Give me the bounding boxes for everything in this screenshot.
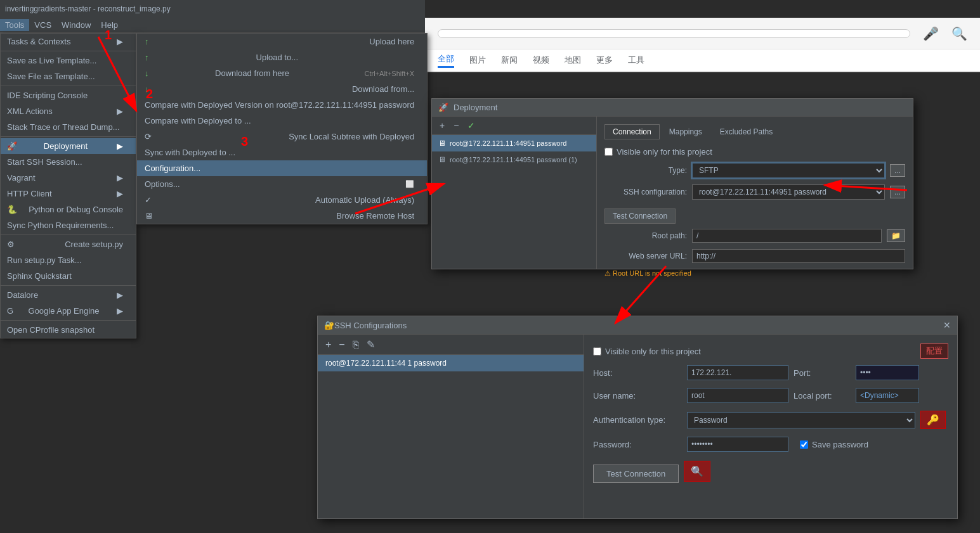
- submenu-download-here[interactable]: ↓ Download from here Ctrl+Alt+Shift+X: [137, 65, 427, 81]
- dropdown-google-app[interactable]: G Google App Engine ▶: [1, 303, 136, 319]
- dropdown-vagrant[interactable]: Vagrant▶: [1, 170, 136, 186]
- dropdown-save-file-template[interactable]: Save File as Template...: [1, 68, 136, 84]
- submenu-configuration[interactable]: Configuration...: [137, 160, 427, 176]
- dropdown-create-setup[interactable]: ⚙ Create setup.py: [1, 236, 136, 252]
- submenu-browse-remote[interactable]: 🖥 Browse Remote Host: [137, 208, 427, 224]
- divider-6: [1, 320, 136, 321]
- menu-help[interactable]: Help: [96, 19, 123, 31]
- ssh-server-item-1[interactable]: root@172.22.121.11:44 1 password: [318, 355, 584, 371]
- type-browse-btn[interactable]: ...: [890, 164, 905, 177]
- ssh-password-row: Password: Save password: [593, 437, 948, 452]
- deployment-server-list-panel: + − ✓ 🖥 root@172.22.121.11:44951 passwor…: [432, 117, 597, 269]
- browser-mic-icon[interactable]: 🎤: [923, 26, 939, 41]
- deployment-server-2[interactable]: 🖥 root@172.22.121.11:44951 password (1): [432, 151, 596, 168]
- ssh-copy-btn[interactable]: ⎘: [350, 337, 362, 352]
- browser-search-input[interactable]: [438, 29, 910, 38]
- ssh-edit-btn[interactable]: ✎: [364, 337, 377, 352]
- root-path-browse-btn[interactable]: 📁: [887, 229, 905, 242]
- dropdown-run-setup[interactable]: Run setup.py Task...: [1, 252, 136, 268]
- ide-title-bar: invertinggradients-master - reconstruct_…: [0, 0, 425, 18]
- menu-tools[interactable]: Tools: [0, 19, 29, 31]
- ssh-config-select[interactable]: root@172.22.121.11:44951 password: [692, 184, 885, 200]
- deployment-check-btn[interactable]: ✓: [465, 119, 478, 132]
- ssh-add-btn[interactable]: +: [323, 337, 334, 352]
- ssh-remove-btn[interactable]: −: [336, 337, 347, 352]
- submenu-sync-with[interactable]: Sync with Deployed to ...: [137, 144, 427, 160]
- submenu-upload-to[interactable]: ↑ Upload to...: [137, 49, 427, 65]
- dropdown-datalore[interactable]: Datalore▶: [1, 287, 136, 303]
- tab-excluded-paths[interactable]: Excluded Paths: [712, 124, 781, 139]
- browser-tab-video[interactable]: 视频: [533, 55, 549, 66]
- ssh-local-port-input[interactable]: [856, 388, 919, 403]
- tab-connection[interactable]: Connection: [604, 124, 660, 139]
- ssh-dialog-content: + − ⎘ ✎ root@172.22.121.11:44 1 password…: [318, 335, 957, 518]
- visible-only-checkbox[interactable]: [604, 148, 613, 156]
- dropdown-save-live-template[interactable]: Save as Live Template...: [1, 53, 136, 68]
- submenu-download-from[interactable]: ↓ Download from...: [137, 81, 427, 97]
- ssh-username-row: User name: Local port:: [593, 388, 948, 403]
- ssh-visible-checkbox[interactable]: [593, 347, 601, 356]
- dropdown-xml-actions[interactable]: XML Actions▶: [1, 103, 136, 119]
- ssh-auth-row: Authentication type: Password 🔑: [593, 411, 948, 429]
- ssh-server-panel: + − ⎘ ✎ root@172.22.121.11:44 1 password: [318, 335, 584, 518]
- options-shortcut: ⬜: [405, 180, 414, 188]
- deployment-server-list: 🖥 root@172.22.121.11:44951 password 🖥 ro…: [432, 135, 596, 269]
- type-select[interactable]: SFTP: [692, 163, 885, 178]
- ssh-password-input[interactable]: [687, 437, 788, 452]
- dropdown-ssh-session[interactable]: Start SSH Session...: [1, 154, 136, 170]
- browser-search-icon-blue[interactable]: 🔍: [951, 26, 967, 41]
- ssh-auth-select[interactable]: Password: [687, 412, 915, 428]
- python-icon: 🐍: [7, 205, 17, 214]
- deployment-server-1[interactable]: 🖥 root@172.22.121.11:44951 password: [432, 135, 596, 151]
- menu-window[interactable]: Window: [56, 19, 96, 31]
- ssh-close-btn[interactable]: ✕: [943, 320, 951, 330]
- deployment-tabs: Connection Mappings Excluded Paths: [604, 124, 905, 139]
- ssh-icon: 🔐: [324, 321, 334, 330]
- ide-title: invertinggradients-master - reconstruct_…: [5, 4, 171, 13]
- dropdown-ide-scripting[interactable]: IDE Scripting Console: [1, 87, 136, 103]
- dropdown-http-client[interactable]: HTTP Client▶: [1, 186, 136, 202]
- deploy-icon: 🚀: [7, 141, 17, 151]
- submenu-upload-here[interactable]: ↑ Upload here: [137, 34, 427, 49]
- deployment-dialog-body: + − ✓ 🖥 root@172.22.121.11:44951 passwor…: [432, 117, 913, 269]
- dropdown-stack-trace[interactable]: Stack Trace or Thread Dump...: [1, 119, 136, 135]
- ssh-search-btn[interactable]: 🔍: [684, 461, 710, 482]
- dropdown-sphinx[interactable]: Sphinx Quickstart: [1, 268, 136, 284]
- menu-vcs[interactable]: VCS: [29, 19, 56, 31]
- browser-tab-images[interactable]: 图片: [469, 55, 486, 66]
- submenu-compare-deployed[interactable]: Compare with Deployed Version on root@17…: [137, 97, 427, 113]
- deployment-remove-btn[interactable]: −: [451, 119, 461, 132]
- browser-tab-all[interactable]: 全部: [438, 53, 454, 68]
- ssh-username-input[interactable]: [687, 388, 788, 403]
- download-here-icon: ↓: [145, 68, 149, 78]
- ssh-port-input[interactable]: [856, 365, 919, 380]
- ssh-config-browse-btn[interactable]: ...: [890, 186, 905, 198]
- upload-to-icon: ↑: [145, 53, 149, 62]
- ssh-host-row: Host: Port:: [593, 365, 948, 380]
- ssh-dialog-title: 🔐 SSH Configurations ✕: [318, 316, 957, 335]
- submenu-options[interactable]: Options... ⬜: [137, 176, 427, 192]
- dropdown-sync-python[interactable]: Sync Python Requirements...: [1, 217, 136, 233]
- deployment-add-btn[interactable]: +: [437, 119, 447, 132]
- ssh-host-input[interactable]: [687, 365, 788, 380]
- ssh-test-conn-btn[interactable]: Test Connection: [593, 465, 679, 483]
- browser-tab-map[interactable]: 地图: [565, 55, 581, 66]
- divider-2: [1, 86, 136, 86]
- submenu-sync-local[interactable]: ⟳ Sync Local Subtree with Deployed: [137, 129, 427, 144]
- deployment-dialog: 🚀 Deployment + − ✓ 🖥 root@172.22.121.11:…: [431, 98, 913, 269]
- submenu-compare-deployed-to[interactable]: Compare with Deployed to ...: [137, 113, 427, 129]
- save-password-checkbox[interactable]: [800, 440, 808, 449]
- root-path-input[interactable]: [692, 229, 882, 243]
- browser-tab-tools[interactable]: 工具: [628, 55, 644, 66]
- web-server-url-input[interactable]: [692, 249, 905, 263]
- deployment-test-conn-btn[interactable]: Test Connection: [604, 209, 676, 224]
- dropdown-cprofile[interactable]: Open CProfile snapshot: [1, 322, 136, 338]
- browser-tab-more[interactable]: 更多: [596, 55, 613, 66]
- dropdown-deployment[interactable]: 🚀 Deployment ▶: [1, 138, 136, 154]
- browse-icon: 🖥: [145, 211, 153, 221]
- submenu-auto-upload[interactable]: ✓ Automatic Upload (Always): [137, 192, 427, 208]
- browser-tab-news[interactable]: 新闻: [501, 55, 518, 66]
- tab-mappings[interactable]: Mappings: [661, 124, 710, 139]
- dropdown-python-debug[interactable]: 🐍 Python or Debug Console: [1, 202, 136, 217]
- dropdown-tasks[interactable]: Tasks & Contexts▶: [1, 34, 136, 49]
